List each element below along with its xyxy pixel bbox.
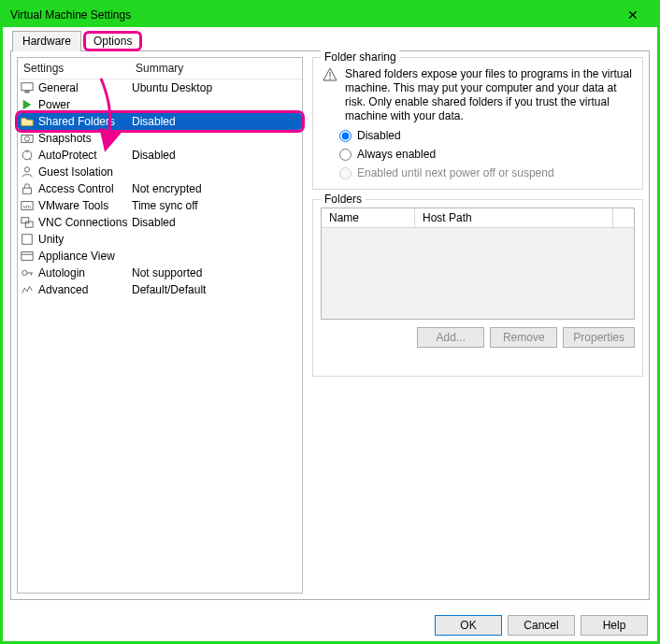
help-button[interactable]: Help <box>581 615 648 636</box>
list-item-snapshots[interactable]: Snapshots <box>18 130 302 147</box>
tab-options[interactable]: Options <box>83 31 142 51</box>
folders-group: Folders Name Host Path Add... Remove Pro… <box>312 199 643 377</box>
ok-button[interactable]: OK <box>435 615 502 636</box>
box-icon <box>20 232 35 247</box>
svg-point-6 <box>24 167 29 172</box>
label: Access Control <box>38 182 132 195</box>
label: Unity <box>38 233 132 246</box>
svg-rect-0 <box>22 83 33 91</box>
monitor-icon <box>20 80 35 95</box>
folders-header: Name Host Path <box>322 208 634 228</box>
list-item-access-control[interactable]: Access Control Not encrypted <box>18 180 302 197</box>
svg-text:vm: vm <box>23 203 31 209</box>
settings-window: Virtual Machine Settings ✕ Hardware Opti… <box>0 0 660 644</box>
list-item-autoprotect[interactable]: AutoProtect Disabled <box>18 147 302 164</box>
radio-disabled-input[interactable] <box>339 130 352 142</box>
close-icon[interactable]: ✕ <box>614 7 652 22</box>
summary: Not encrypted <box>132 182 302 195</box>
folders-buttons: Add... Remove Properties <box>321 327 635 348</box>
svg-point-15 <box>22 270 27 275</box>
folder-icon <box>20 114 35 129</box>
summary: Default/Default <box>132 283 302 296</box>
col-name[interactable]: Name <box>322 208 415 227</box>
warning-row: Shared folders expose your files to prog… <box>323 67 633 123</box>
summary: Disabled <box>132 149 302 162</box>
radio-disabled-label: Disabled <box>357 129 401 142</box>
remote-icon <box>20 215 35 230</box>
warning-text: Shared folders expose your files to prog… <box>345 67 633 123</box>
titlebar: Virtual Machine Settings ✕ <box>3 3 657 27</box>
col-spacer <box>613 208 634 227</box>
label: Guest Isolation <box>38 165 132 179</box>
list-item-vnc-connections[interactable]: VNC Connections Disabled <box>18 214 302 231</box>
tab-hardware[interactable]: Hardware <box>12 31 81 51</box>
radio-until-off-label: Enabled until next power off or suspend <box>357 166 554 179</box>
svg-rect-1 <box>24 92 29 93</box>
vm-tools-icon: vm <box>20 198 35 213</box>
warning-icon <box>323 67 339 123</box>
appliance-icon <box>20 249 35 264</box>
svg-point-4 <box>24 136 29 141</box>
svg-rect-7 <box>23 188 32 193</box>
play-icon <box>20 97 35 112</box>
footer: OK Cancel Help <box>3 608 657 641</box>
settings-list: Settings Summary General Ubuntu Desktop … <box>17 57 303 594</box>
label: AutoProtect <box>38 149 132 162</box>
radio-always-label: Always enabled <box>357 148 436 161</box>
folders-table[interactable]: Name Host Path <box>321 208 635 320</box>
content: Hardware Options Settings Summary Genera… <box>3 27 657 608</box>
list-item-general[interactable]: General Ubuntu Desktop <box>18 79 302 96</box>
right-pane: Folder sharing Shared folders expose you… <box>312 57 643 594</box>
list-body: General Ubuntu Desktop Power Shared Fold… <box>18 79 302 593</box>
list-item-guest-isolation[interactable]: Guest Isolation <box>18 164 302 180</box>
label: Autologin <box>38 266 132 279</box>
list-item-unity[interactable]: Unity <box>18 231 302 248</box>
summary: Time sync off <box>132 199 302 212</box>
list-item-appliance-view[interactable]: Appliance View <box>18 248 302 265</box>
label: Advanced <box>38 283 132 296</box>
label: Shared Folders <box>38 115 132 128</box>
svg-rect-12 <box>22 235 33 245</box>
label: Appliance View <box>38 250 132 263</box>
remove-button: Remove <box>490 327 557 348</box>
radio-always[interactable]: Always enabled <box>339 148 633 161</box>
svg-rect-13 <box>22 252 33 261</box>
summary: Disabled <box>132 216 302 229</box>
col-host-path[interactable]: Host Path <box>415 208 613 227</box>
advanced-icon <box>20 282 35 297</box>
list-item-shared-folders[interactable]: Shared Folders Disabled <box>18 113 302 130</box>
list-header: Settings Summary <box>18 58 302 79</box>
radio-until-off-input <box>339 167 352 179</box>
radio-until-off: Enabled until next power off or suspend <box>339 166 633 179</box>
list-item-power[interactable]: Power <box>18 96 302 113</box>
col-summary: Summary <box>136 62 296 75</box>
radio-always-input[interactable] <box>339 149 352 161</box>
label: VMware Tools <box>38 199 132 212</box>
tabs: Hardware Options <box>12 31 650 51</box>
svg-marker-2 <box>23 100 32 110</box>
summary: Disabled <box>132 115 302 128</box>
col-settings: Settings <box>23 62 136 75</box>
list-item-advanced[interactable]: Advanced Default/Default <box>18 281 302 298</box>
label: Snapshots <box>38 132 132 145</box>
person-icon <box>20 165 35 179</box>
radio-disabled[interactable]: Disabled <box>339 129 633 142</box>
label: General <box>38 81 132 94</box>
key-icon <box>20 265 35 280</box>
summary: Ubuntu Desktop <box>132 81 302 94</box>
folders-legend: Folders <box>321 193 366 206</box>
shield-cycle-icon <box>20 148 35 163</box>
list-item-vmware-tools[interactable]: vm VMware Tools Time sync off <box>18 197 302 214</box>
lock-icon <box>20 181 35 196</box>
list-item-autologin[interactable]: Autologin Not supported <box>18 265 302 281</box>
label: Power <box>38 98 132 111</box>
tab-panel: Settings Summary General Ubuntu Desktop … <box>10 50 650 600</box>
svg-point-20 <box>329 78 331 79</box>
add-button: Add... <box>417 327 484 348</box>
folder-sharing-group: Folder sharing Shared folders expose you… <box>312 57 643 190</box>
summary: Not supported <box>132 266 302 279</box>
camera-icon <box>20 131 35 146</box>
folder-sharing-legend: Folder sharing <box>321 50 400 64</box>
properties-button: Properties <box>563 327 635 348</box>
cancel-button[interactable]: Cancel <box>508 615 575 636</box>
